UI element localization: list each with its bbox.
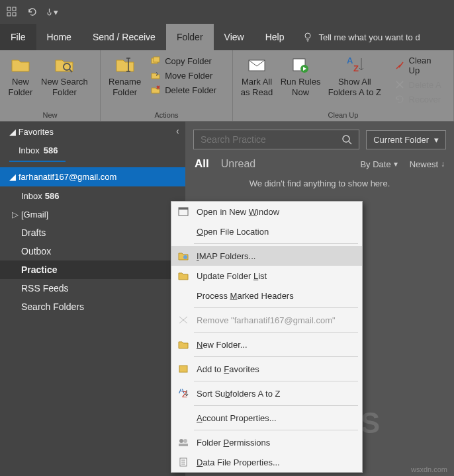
sidebar-item-practice[interactable]: Practice bbox=[0, 260, 185, 279]
lightbulb-icon bbox=[302, 32, 313, 42]
sidebar-item-search-folders[interactable]: Search Folders bbox=[0, 298, 185, 316]
search-folder-icon bbox=[54, 54, 75, 75]
sort-az-icon: AZ bbox=[177, 387, 190, 399]
menu-help[interactable]: Help bbox=[255, 24, 295, 50]
svg-rect-3 bbox=[13, 13, 16, 16]
ctx-update-folder-list[interactable]: Update Folder List bbox=[171, 266, 362, 286]
refresh-icon bbox=[177, 270, 190, 282]
sort-by-date[interactable]: By Date ▾ bbox=[360, 159, 397, 169]
separator bbox=[194, 332, 358, 333]
account-header[interactable]: ◢ farhanatif167@gmail.com bbox=[0, 167, 185, 186]
ribbon: New Folder New Search Folder New Rename … bbox=[0, 50, 454, 122]
recover-button[interactable]: Recover bbox=[392, 93, 447, 106]
new-folder-button[interactable]: New Folder bbox=[4, 53, 37, 99]
search-box[interactable] bbox=[193, 130, 359, 149]
ctx-folder-permissions[interactable]: Folder Permissions bbox=[171, 432, 362, 452]
svg-rect-22 bbox=[179, 444, 188, 446]
delete-all-icon bbox=[394, 79, 405, 90]
ctx-open-new-window[interactable]: Open in New Window bbox=[171, 202, 362, 221]
mark-all-read-button[interactable]: Mark All as Read bbox=[237, 53, 277, 99]
tell-me[interactable]: Tell me what you want to d bbox=[295, 32, 420, 42]
envelope-icon bbox=[246, 54, 267, 75]
svg-point-13 bbox=[343, 136, 349, 142]
folder-icon bbox=[177, 338, 190, 350]
delete-folder-button[interactable]: Delete Folder bbox=[148, 83, 219, 97]
new-search-folder-button[interactable]: New Search Folder bbox=[37, 53, 92, 99]
copy-folder-button[interactable]: Copy Folder bbox=[148, 54, 219, 67]
menu-folder[interactable]: Folder bbox=[166, 24, 214, 50]
svg-rect-2 bbox=[7, 13, 11, 16]
watermark-text: wsxdn.com bbox=[411, 465, 447, 473]
svg-rect-17 bbox=[179, 366, 187, 372]
sort-newest[interactable]: Newest ↓ bbox=[410, 159, 445, 169]
menu-view[interactable]: View bbox=[214, 24, 255, 50]
undo-icon[interactable] bbox=[25, 5, 38, 19]
separator bbox=[194, 243, 358, 244]
folder-gear-icon bbox=[177, 250, 190, 262]
svg-point-20 bbox=[179, 439, 183, 443]
favorites-header[interactable]: ◢ Favorites bbox=[0, 122, 185, 141]
folder-icon bbox=[10, 54, 31, 75]
clean-up-button[interactable]: Clean Up bbox=[392, 54, 447, 77]
run-rules-button[interactable]: Run Rules Now bbox=[277, 53, 324, 99]
separator bbox=[194, 307, 358, 308]
ctx-data-file-properties[interactable]: Data File Properties... bbox=[171, 452, 362, 472]
sidebar-item-drafts[interactable]: Drafts bbox=[0, 223, 185, 242]
permissions-icon bbox=[177, 436, 190, 448]
search-scope-dropdown[interactable]: Current Folder▾ bbox=[366, 130, 446, 149]
copy-icon bbox=[150, 56, 161, 66]
touch-mode-icon[interactable]: ▾ bbox=[45, 5, 58, 19]
recover-icon bbox=[394, 94, 405, 104]
menubar: File Home Send / Receive Folder View Hel… bbox=[0, 24, 454, 50]
svg-text:A: A bbox=[347, 56, 353, 65]
menu-home[interactable]: Home bbox=[36, 24, 82, 50]
favorites-icon bbox=[177, 363, 190, 375]
svg-point-4 bbox=[305, 33, 310, 38]
ctx-imap-folders[interactable]: IMAP Folders... bbox=[171, 246, 362, 266]
window-icon bbox=[177, 206, 190, 218]
grid-icon[interactable] bbox=[5, 5, 19, 19]
ribbon-group-cleanup: Clean Up bbox=[233, 110, 453, 121]
svg-rect-7 bbox=[154, 57, 159, 62]
ctx-account-properties[interactable]: Account Properties... bbox=[171, 408, 362, 428]
svg-point-16 bbox=[183, 255, 187, 259]
ctx-open-file-location[interactable]: Open File Location bbox=[171, 221, 362, 241]
sort-az-icon: AZ bbox=[344, 54, 365, 75]
chevron-down-icon: ◢ bbox=[9, 127, 16, 137]
sidebar-item-inbox[interactable]: Inbox 586 bbox=[0, 186, 185, 205]
ctx-remove-account: Remove "farhanatif167@gmail.com" bbox=[171, 310, 362, 330]
ribbon-group-actions: Actions bbox=[101, 110, 232, 121]
delete-all-button[interactable]: Delete A bbox=[392, 78, 447, 91]
menu-send-receive[interactable]: Send / Receive bbox=[82, 24, 166, 50]
svg-text:Z: Z bbox=[353, 63, 359, 73]
chevron-right-icon: ▷ bbox=[12, 210, 19, 219]
rename-folder-button[interactable]: Rename Folder bbox=[105, 53, 145, 99]
show-all-az-button[interactable]: AZ Show All Folders A to Z bbox=[324, 53, 385, 99]
ctx-sort-az[interactable]: AZSort Subfolders A to Z bbox=[171, 383, 362, 403]
remove-icon bbox=[177, 314, 190, 326]
favorites-inbox[interactable]: Inbox586 bbox=[0, 141, 185, 159]
sidebar-item-gmail[interactable]: ▷[Gmail] bbox=[0, 205, 185, 223]
context-menu: Open in New Window Open File Location IM… bbox=[171, 201, 363, 473]
search-input[interactable] bbox=[194, 130, 335, 149]
filter-all[interactable]: All bbox=[195, 157, 209, 171]
sidebar-item-rss[interactable]: RSS Feeds bbox=[0, 279, 185, 298]
rename-folder-icon bbox=[114, 54, 136, 75]
sidebar-item-outbox[interactable]: Outbox bbox=[0, 242, 185, 260]
menu-file[interactable]: File bbox=[0, 24, 36, 50]
chevron-down-icon: ◢ bbox=[9, 172, 16, 182]
collapse-pane-icon[interactable]: ‹ bbox=[176, 126, 179, 136]
broom-icon bbox=[394, 60, 405, 71]
ctx-new-folder[interactable]: New Folder... bbox=[171, 335, 362, 354]
move-folder-button[interactable]: Move Folder bbox=[148, 69, 219, 82]
ctx-add-favorites[interactable]: Add to Favorites bbox=[171, 359, 362, 379]
separator bbox=[194, 356, 358, 357]
quick-access-toolbar: ▾ bbox=[0, 0, 454, 24]
ctx-process-marked[interactable]: Process Marked Headers bbox=[171, 286, 362, 305]
properties-icon bbox=[177, 456, 190, 468]
delete-icon bbox=[150, 85, 161, 95]
svg-rect-1 bbox=[13, 7, 16, 11]
separator bbox=[194, 405, 358, 406]
search-icon[interactable] bbox=[335, 130, 359, 149]
filter-unread[interactable]: Unread bbox=[221, 158, 255, 170]
